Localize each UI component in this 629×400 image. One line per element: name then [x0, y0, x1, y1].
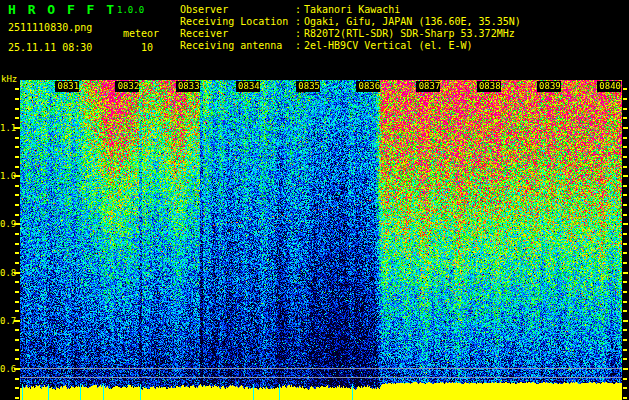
- freq-label: 1.1: [0, 123, 13, 133]
- time-label: 0833: [176, 81, 200, 92]
- time-label: 0838: [477, 81, 501, 92]
- minor-tick: [15, 117, 19, 119]
- right-minor-tick: [623, 378, 627, 380]
- right-minor-tick: [623, 397, 627, 399]
- minor-tick: [15, 243, 19, 245]
- right-minor-tick: [623, 117, 627, 119]
- time-label: 0834: [236, 81, 260, 92]
- minor-tick: [15, 194, 19, 196]
- time-label: 0835: [296, 81, 320, 92]
- right-minor-tick: [623, 185, 627, 187]
- minor-tick: [15, 166, 19, 168]
- minor-tick: [15, 108, 19, 110]
- time-label: 0836: [356, 81, 380, 92]
- minor-tick: [15, 137, 19, 139]
- right-minor-tick: [623, 349, 627, 351]
- info-value: Ogaki, Gifu, JAPAN (136.60E, 35.35N): [304, 16, 521, 28]
- minor-tick: [15, 329, 19, 331]
- freq-tick: [14, 272, 20, 274]
- minor-tick: [15, 204, 19, 206]
- right-minor-tick: [623, 166, 627, 168]
- spectrogram-canvas: [20, 80, 622, 400]
- time-label: 0839: [537, 81, 561, 92]
- right-tick: [623, 223, 628, 225]
- right-tick: [623, 368, 628, 370]
- right-tick: [623, 272, 628, 274]
- right-minor-tick: [623, 137, 627, 139]
- right-minor-tick: [623, 194, 627, 196]
- observation-datetime: 25.11.11 08:30: [8, 42, 92, 53]
- right-minor-tick: [623, 146, 627, 148]
- minor-tick: [15, 397, 19, 399]
- minor-tick: [15, 156, 19, 158]
- time-label: 0840: [597, 81, 621, 92]
- freq-label: 0.9: [0, 219, 13, 229]
- minor-tick: [15, 310, 19, 312]
- right-minor-tick: [623, 281, 627, 283]
- info-value: R820T2(RTL-SDR) SDR-Sharp 53.372MHz: [304, 28, 515, 40]
- info-row: Observer:Takanori Kawachi: [180, 4, 521, 16]
- app-version: 1.0.0: [117, 5, 144, 15]
- info-row: Receiver:R820T2(RTL-SDR) SDR-Sharp 53.37…: [180, 28, 521, 40]
- minor-tick: [15, 252, 19, 254]
- time-label: 0837: [416, 81, 440, 92]
- freq-tick: [14, 127, 20, 129]
- freq-label: 0.7: [0, 316, 13, 326]
- right-minor-tick: [623, 252, 627, 254]
- minor-tick: [15, 233, 19, 235]
- right-minor-tick: [623, 156, 627, 158]
- info-colon: :: [292, 4, 304, 16]
- right-minor-tick: [623, 98, 627, 100]
- minor-tick: [15, 349, 19, 351]
- minor-tick: [15, 185, 19, 187]
- right-minor-tick: [623, 301, 627, 303]
- right-minor-tick: [623, 262, 627, 264]
- right-tick: [623, 320, 628, 322]
- freq-tick: [14, 175, 20, 177]
- right-minor-tick: [623, 310, 627, 312]
- right-minor-tick: [623, 387, 627, 389]
- freq-label: 0.8: [0, 268, 13, 278]
- minor-tick: [15, 281, 19, 283]
- right-minor-tick: [623, 339, 627, 341]
- time-label: 0831: [55, 81, 79, 92]
- capture-filename: 2511110830.png: [8, 22, 92, 33]
- info-label: Receiving Location: [180, 16, 292, 28]
- right-minor-tick: [623, 233, 627, 235]
- info-label: Observer: [180, 4, 292, 16]
- freq-label: 1.0: [0, 171, 13, 181]
- right-minor-tick: [623, 329, 627, 331]
- info-value: 2el-HB9CV Vertical (el. E-W): [304, 40, 473, 52]
- right-minor-tick: [623, 88, 627, 90]
- info-colon: :: [292, 40, 304, 52]
- minor-tick: [15, 88, 19, 90]
- observation-mode: meteor: [123, 28, 159, 39]
- right-minor-tick: [623, 243, 627, 245]
- minor-tick: [15, 262, 19, 264]
- freq-tick: [14, 368, 20, 370]
- right-minor-tick: [623, 214, 627, 216]
- info-colon: :: [292, 16, 304, 28]
- minor-tick: [15, 339, 19, 341]
- observation-span: 10: [141, 42, 153, 53]
- right-minor-tick: [623, 291, 627, 293]
- right-minor-tick: [623, 108, 627, 110]
- minor-tick: [15, 291, 19, 293]
- info-value: Takanori Kawachi: [304, 4, 400, 16]
- freq-label: 0.6: [0, 364, 13, 374]
- freq-tick: [14, 320, 20, 322]
- info-colon: :: [292, 28, 304, 40]
- right-tick: [623, 175, 628, 177]
- hrofft-window: H R O F F T 1.0.0 2511110830.png meteor …: [0, 0, 629, 400]
- right-minor-tick: [623, 204, 627, 206]
- info-label: Receiving antenna: [180, 40, 292, 52]
- minor-tick: [15, 301, 19, 303]
- right-tick: [623, 127, 628, 129]
- station-info: Observer:Takanori KawachiReceiving Locat…: [180, 4, 521, 52]
- info-label: Receiver: [180, 28, 292, 40]
- info-row: Receiving Location:Ogaki, Gifu, JAPAN (1…: [180, 16, 521, 28]
- right-minor-tick: [623, 358, 627, 360]
- frequency-unit-label: kHz: [1, 74, 17, 84]
- info-row: Receiving antenna:2el-HB9CV Vertical (el…: [180, 40, 521, 52]
- minor-tick: [15, 98, 19, 100]
